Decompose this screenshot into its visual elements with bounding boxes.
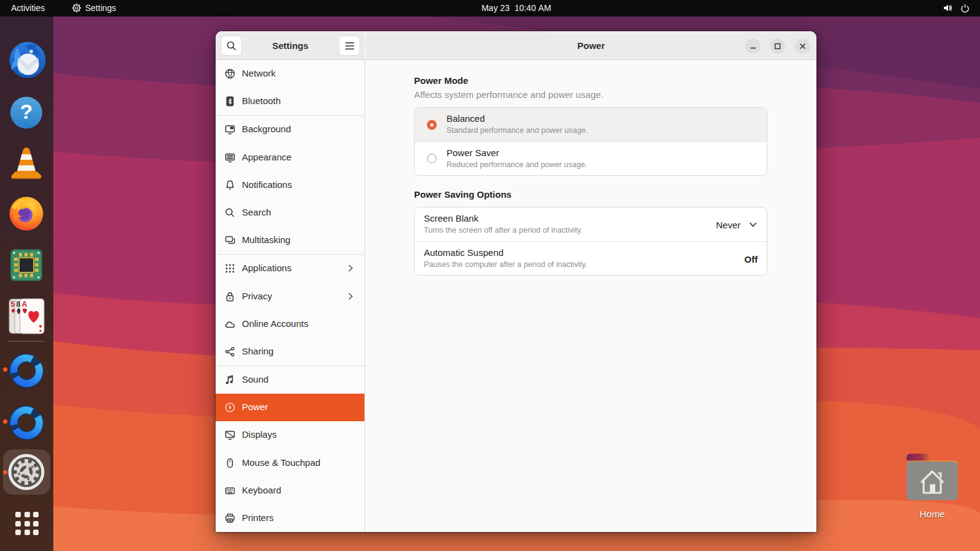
svg-text:A: A <box>22 300 28 309</box>
svg-text:8: 8 <box>17 300 21 309</box>
svg-text:?: ? <box>20 100 33 123</box>
svg-text:5: 5 <box>11 300 15 309</box>
